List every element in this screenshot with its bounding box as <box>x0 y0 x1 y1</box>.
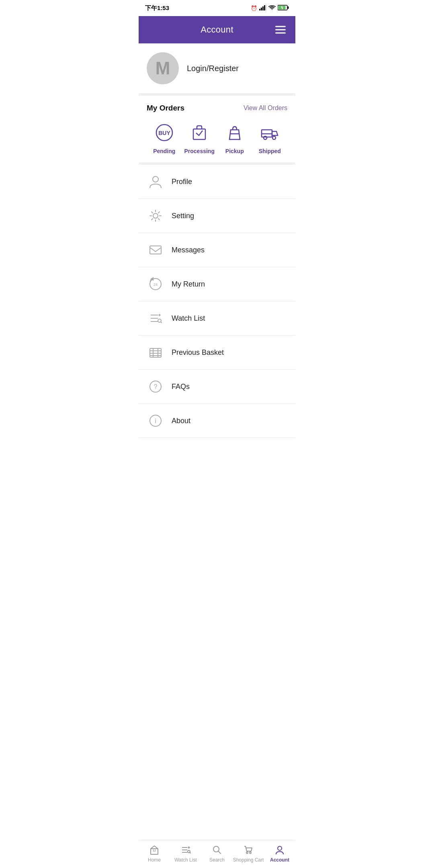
messages-label: Messages <box>172 246 205 254</box>
view-all-orders-link[interactable]: View All Orders <box>244 104 287 112</box>
setting-icon <box>147 207 164 225</box>
menu-basket[interactable]: Previous Basket <box>139 336 295 370</box>
pending-icon: BUY <box>153 121 176 144</box>
menu-messages[interactable]: Messages <box>139 233 295 267</box>
avatar: M <box>147 52 179 84</box>
order-processing[interactable]: Processing <box>182 121 217 154</box>
svg-rect-4 <box>266 5 266 10</box>
watchlist-icon <box>147 309 164 327</box>
hamburger-line-1 <box>275 26 286 27</box>
orders-section: My Orders View All Orders BUY Pending <box>139 96 295 165</box>
menu-watchlist[interactable]: Watch List <box>139 301 295 336</box>
basket-icon <box>147 344 164 361</box>
setting-label: Setting <box>172 212 194 220</box>
menu-setting[interactable]: Setting <box>139 199 295 233</box>
status-time: 下午1:53 <box>145 4 169 12</box>
user-section[interactable]: M Login/Register <box>139 43 295 96</box>
messages-icon <box>147 241 164 259</box>
menu-profile[interactable]: Profile <box>139 165 295 199</box>
orders-header: My Orders View All Orders <box>147 104 287 113</box>
menu-about[interactable]: i About <box>139 404 295 438</box>
svg-rect-2 <box>262 6 264 10</box>
signal-icon <box>259 5 266 12</box>
alarm-icon: ⏰ <box>251 5 257 11</box>
pending-label: Pending <box>153 148 175 154</box>
faqs-label: FAQs <box>172 383 190 391</box>
faqs-icon: ? <box>147 378 164 395</box>
login-register-link[interactable]: Login/Register <box>187 64 239 73</box>
status-bar: 下午1:53 ⏰ <box>139 0 295 16</box>
svg-line-26 <box>161 322 162 323</box>
hamburger-line-3 <box>275 33 286 34</box>
svg-rect-17 <box>150 246 161 254</box>
svg-point-16 <box>153 213 158 218</box>
processing-icon <box>188 121 211 144</box>
hamburger-menu[interactable] <box>274 25 287 35</box>
hamburger-line-2 <box>275 29 286 31</box>
order-shipped[interactable]: Shipped <box>252 121 288 154</box>
shipped-label: Shipped <box>259 148 281 154</box>
svg-rect-1 <box>261 8 262 10</box>
return-label: My Return <box>172 280 205 289</box>
shipped-icon <box>258 121 281 144</box>
menu-list: Profile Setting <box>139 165 295 438</box>
order-pickup[interactable]: Pickup <box>217 121 252 154</box>
pickup-label: Pickup <box>225 148 244 154</box>
basket-label: Previous Basket <box>172 348 224 357</box>
svg-rect-0 <box>259 9 260 10</box>
return-icon: 24 <box>147 275 164 293</box>
svg-point-13 <box>272 136 276 139</box>
svg-text:24: 24 <box>154 283 158 287</box>
svg-text:i: i <box>155 418 156 424</box>
status-icons: ⏰ <box>251 5 289 12</box>
profile-icon <box>147 173 164 190</box>
svg-point-15 <box>153 176 158 182</box>
battery-icon <box>278 5 289 12</box>
watchlist-label: Watch List <box>172 314 205 323</box>
wifi-icon <box>268 5 276 12</box>
menu-return[interactable]: 24 My Return <box>139 267 295 301</box>
svg-text:BUY: BUY <box>158 130 170 136</box>
orders-grid: BUY Pending Processing <box>147 121 287 154</box>
about-label: About <box>172 417 190 425</box>
processing-label: Processing <box>184 148 215 154</box>
avatar-letter: M <box>156 58 170 78</box>
svg-text:?: ? <box>154 383 158 390</box>
pickup-icon <box>223 121 246 144</box>
svg-point-12 <box>264 136 267 139</box>
app-header: Account <box>139 16 295 43</box>
profile-label: Profile <box>172 178 192 186</box>
orders-title: My Orders <box>147 104 184 113</box>
svg-rect-7 <box>288 6 289 9</box>
header-title: Account <box>201 25 233 35</box>
order-pending[interactable]: BUY Pending <box>147 121 182 154</box>
about-icon: i <box>147 412 164 430</box>
menu-faqs[interactable]: ? FAQs <box>139 370 295 404</box>
svg-rect-3 <box>264 5 265 10</box>
